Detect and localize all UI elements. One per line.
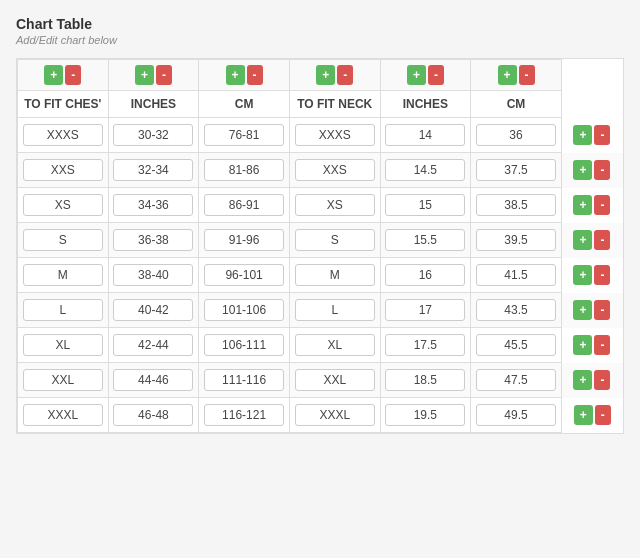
input-r7-c5[interactable]	[385, 334, 465, 356]
remove-row-9-button[interactable]: -	[595, 405, 611, 425]
row-8-actions: +-	[561, 363, 622, 398]
cell-r5-c6	[471, 258, 562, 293]
input-r6-c6[interactable]	[476, 299, 556, 321]
input-r5-c6[interactable]	[476, 264, 556, 286]
input-r9-c6[interactable]	[476, 404, 556, 426]
cell-r4-c3	[199, 223, 290, 258]
input-r8-c2[interactable]	[113, 369, 193, 391]
cell-r8-c6	[471, 363, 562, 398]
input-r8-c3[interactable]	[204, 369, 284, 391]
add-row-1-button[interactable]: +	[573, 125, 592, 145]
input-r2-c4[interactable]	[295, 159, 375, 181]
add-row-2-button[interactable]: +	[573, 160, 592, 180]
col-action-6: +-	[471, 60, 562, 91]
remove-col-1-button[interactable]: -	[65, 65, 81, 85]
input-r3-c6[interactable]	[476, 194, 556, 216]
input-r2-c2[interactable]	[113, 159, 193, 181]
remove-col-4-button[interactable]: -	[337, 65, 353, 85]
cell-r4-c4	[289, 223, 380, 258]
add-col-3-button[interactable]: +	[226, 65, 245, 85]
add-row-3-button[interactable]: +	[573, 195, 592, 215]
input-r1-c4[interactable]	[295, 124, 375, 146]
input-r7-c3[interactable]	[204, 334, 284, 356]
cell-r6-c5	[380, 293, 471, 328]
remove-row-7-button[interactable]: -	[594, 335, 610, 355]
cell-r2-c3	[199, 153, 290, 188]
input-r8-c4[interactable]	[295, 369, 375, 391]
remove-col-6-button[interactable]: -	[519, 65, 535, 85]
input-r7-c6[interactable]	[476, 334, 556, 356]
input-r9-c2[interactable]	[113, 404, 193, 426]
remove-row-8-button[interactable]: -	[594, 370, 610, 390]
remove-col-2-button[interactable]: -	[156, 65, 172, 85]
add-col-1-button[interactable]: +	[44, 65, 63, 85]
input-r4-c5[interactable]	[385, 229, 465, 251]
remove-row-2-button[interactable]: -	[594, 160, 610, 180]
input-r3-c3[interactable]	[204, 194, 284, 216]
add-row-4-button[interactable]: +	[573, 230, 592, 250]
input-r5-c2[interactable]	[113, 264, 193, 286]
input-r4-c4[interactable]	[295, 229, 375, 251]
input-r4-c6[interactable]	[476, 229, 556, 251]
input-r1-c1[interactable]	[23, 124, 103, 146]
input-r8-c1[interactable]	[23, 369, 103, 391]
input-r8-c6[interactable]	[476, 369, 556, 391]
add-col-5-button[interactable]: +	[407, 65, 426, 85]
input-r3-c2[interactable]	[113, 194, 193, 216]
add-row-6-button[interactable]: +	[573, 300, 592, 320]
input-r8-c5[interactable]	[385, 369, 465, 391]
input-r5-c4[interactable]	[295, 264, 375, 286]
add-row-9-button[interactable]: +	[574, 405, 593, 425]
input-r9-c4[interactable]	[295, 404, 375, 426]
input-r7-c2[interactable]	[113, 334, 193, 356]
input-r3-c1[interactable]	[23, 194, 103, 216]
add-row-5-button[interactable]: +	[573, 265, 592, 285]
remove-row-6-button[interactable]: -	[594, 300, 610, 320]
input-r9-c1[interactable]	[23, 404, 103, 426]
add-row-8-button[interactable]: +	[573, 370, 592, 390]
remove-row-5-button[interactable]: -	[594, 265, 610, 285]
input-r5-c5[interactable]	[385, 264, 465, 286]
input-r6-c2[interactable]	[113, 299, 193, 321]
input-r1-c5[interactable]	[385, 124, 465, 146]
input-r5-c3[interactable]	[204, 264, 284, 286]
input-r7-c1[interactable]	[23, 334, 103, 356]
input-r9-c5[interactable]	[385, 404, 465, 426]
input-r7-c4[interactable]	[295, 334, 375, 356]
cell-r3-c4	[289, 188, 380, 223]
input-r4-c3[interactable]	[204, 229, 284, 251]
input-r1-c6[interactable]	[476, 124, 556, 146]
remove-row-4-button[interactable]: -	[594, 230, 610, 250]
cell-r6-c1	[18, 293, 109, 328]
input-r1-c2[interactable]	[113, 124, 193, 146]
row-3-actions: +-	[561, 188, 622, 223]
table-row: +-	[18, 363, 623, 398]
input-r5-c1[interactable]	[23, 264, 103, 286]
input-r4-c1[interactable]	[23, 229, 103, 251]
header-col-1: TO FIT CHES'	[18, 91, 109, 118]
add-col-2-button[interactable]: +	[135, 65, 154, 85]
input-r6-c1[interactable]	[23, 299, 103, 321]
input-r1-c3[interactable]	[204, 124, 284, 146]
remove-row-1-button[interactable]: -	[594, 125, 610, 145]
input-r3-c4[interactable]	[295, 194, 375, 216]
add-row-7-button[interactable]: +	[573, 335, 592, 355]
input-r3-c5[interactable]	[385, 194, 465, 216]
remove-col-3-button[interactable]: -	[247, 65, 263, 85]
input-r4-c2[interactable]	[113, 229, 193, 251]
row-4-actions: +-	[561, 223, 622, 258]
input-r2-c6[interactable]	[476, 159, 556, 181]
input-r6-c5[interactable]	[385, 299, 465, 321]
remove-row-3-button[interactable]: -	[594, 195, 610, 215]
input-r9-c3[interactable]	[204, 404, 284, 426]
col-action-2: +-	[108, 60, 199, 91]
input-r2-c1[interactable]	[23, 159, 103, 181]
add-col-4-button[interactable]: +	[316, 65, 335, 85]
remove-col-5-button[interactable]: -	[428, 65, 444, 85]
input-r2-c3[interactable]	[204, 159, 284, 181]
add-col-6-button[interactable]: +	[498, 65, 517, 85]
input-r2-c5[interactable]	[385, 159, 465, 181]
input-r6-c3[interactable]	[204, 299, 284, 321]
header-col-2: INCHES	[108, 91, 199, 118]
input-r6-c4[interactable]	[295, 299, 375, 321]
